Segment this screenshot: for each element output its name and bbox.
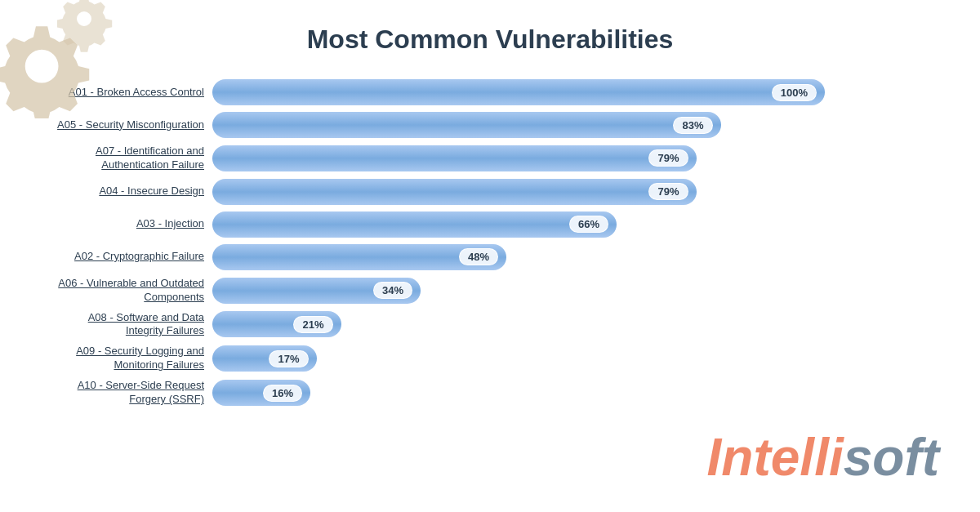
- bar-row: A06 - Vulnerable and OutdatedComponents3…: [8, 277, 931, 305]
- bar-label: A08 - Software and DataIntegrity Failure…: [8, 311, 204, 339]
- bar-track: 79%: [212, 179, 931, 205]
- bar-fill: 48%: [212, 244, 506, 270]
- bar-badge: 34%: [373, 282, 412, 299]
- bar-row: A09 - Security Logging andMonitoring Fai…: [8, 345, 931, 372]
- intellisoft-logo: Intellisoft: [707, 427, 939, 488]
- bar-row: A07 - Identification andAuthentication F…: [8, 145, 931, 172]
- bar-track: 100%: [212, 79, 931, 105]
- bar-label: A04 - Insecure Design: [8, 185, 204, 198]
- gear-decoration: [0, 0, 155, 139]
- bar-fill: 16%: [212, 380, 310, 406]
- bar-label: A03 - Injection: [8, 217, 204, 231]
- bar-fill: 79%: [212, 145, 697, 171]
- page-container: Most Common Vulnerabilities A01 - Broken…: [0, 0, 980, 512]
- bar-badge: 83%: [673, 117, 712, 134]
- bar-fill: 83%: [212, 112, 721, 138]
- bar-badge: 16%: [263, 385, 302, 402]
- logo-intelli: Intelli: [707, 427, 844, 488]
- bar-label: A02 - Cryptographic Failure: [8, 250, 204, 264]
- bar-label: A07 - Identification andAuthentication F…: [8, 145, 204, 172]
- bar-fill: 79%: [212, 179, 697, 205]
- bar-track: 83%: [212, 112, 931, 138]
- bar-badge: 48%: [459, 248, 498, 265]
- bar-row: A08 - Software and DataIntegrity Failure…: [8, 311, 931, 339]
- bar-row: A02 - Cryptographic Failure48%: [8, 244, 931, 270]
- bar-fill: 17%: [212, 345, 317, 372]
- bar-badge: 79%: [648, 183, 688, 200]
- bar-track: 17%: [212, 345, 931, 372]
- bar-track: 21%: [212, 311, 931, 337]
- bar-row: A03 - Injection66%: [8, 211, 931, 238]
- bar-track: 34%: [212, 278, 931, 304]
- bar-fill: 34%: [212, 278, 421, 304]
- bar-badge: 66%: [569, 216, 608, 233]
- bar-row: A10 - Server-Side RequestForgery (SSRF)1…: [8, 379, 931, 407]
- bar-fill: 66%: [212, 211, 617, 238]
- bar-label: A10 - Server-Side RequestForgery (SSRF): [8, 379, 204, 407]
- gear-large-icon: [0, 20, 94, 118]
- bar-label: A06 - Vulnerable and OutdatedComponents: [8, 277, 204, 305]
- bar-fill: 100%: [212, 79, 825, 105]
- bar-badge: 21%: [293, 316, 332, 333]
- bar-label: A09 - Security Logging andMonitoring Fai…: [8, 345, 204, 372]
- bar-fill: 21%: [212, 311, 341, 337]
- logo-soft: soft: [844, 427, 939, 488]
- bar-track: 48%: [212, 244, 931, 270]
- bar-track: 79%: [212, 145, 931, 171]
- bar-badge: 79%: [648, 149, 688, 167]
- bar-track: 66%: [212, 211, 931, 238]
- bar-row: A04 - Insecure Design79%: [8, 179, 931, 205]
- bar-track: 16%: [212, 380, 931, 406]
- bar-badge: 17%: [269, 350, 308, 367]
- bar-badge: 100%: [772, 84, 817, 101]
